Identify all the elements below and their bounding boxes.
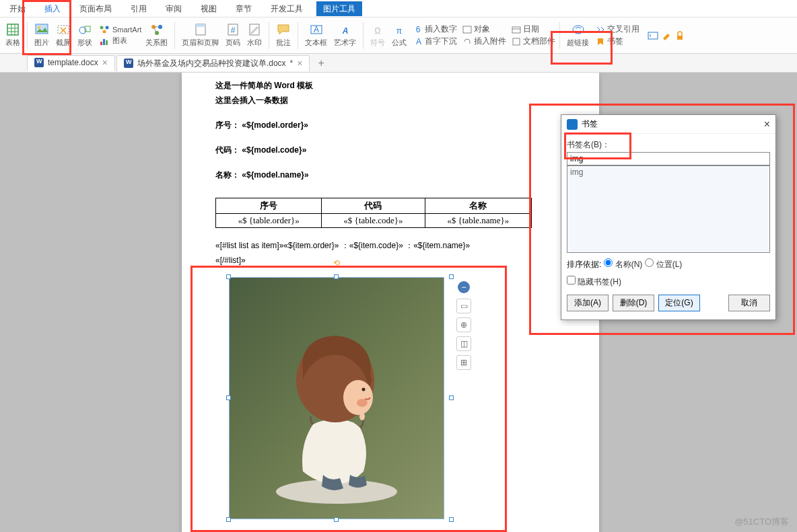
tab-insert[interactable]: 插入 bbox=[35, 0, 70, 17]
crop-icon[interactable]: ◫ bbox=[456, 336, 471, 351]
close-icon[interactable]: × bbox=[297, 58, 302, 69]
doc-line: 这里会插入一条数据 bbox=[215, 93, 565, 108]
form-field-icon[interactable] bbox=[648, 30, 658, 41]
doc-line: 代码： «${model.code}» bbox=[215, 143, 565, 157]
tab-ref[interactable]: 引用 bbox=[121, 0, 156, 17]
svg-rect-22 bbox=[196, 24, 205, 27]
btn-goto[interactable]: 定位(G) bbox=[658, 295, 700, 311]
add-tab[interactable]: + bbox=[311, 57, 331, 69]
close-icon[interactable]: × bbox=[102, 57, 108, 68]
btn-textbox[interactable]: A文本框 bbox=[302, 22, 330, 49]
doc-tab-template[interactable]: template.docx × bbox=[27, 55, 115, 71]
btn-pagenum[interactable]: #页码 bbox=[223, 22, 243, 49]
svg-rect-39 bbox=[648, 32, 658, 39]
btn-screenshot[interactable]: 截屏 bbox=[53, 22, 73, 49]
lock-icon[interactable] bbox=[674, 30, 685, 41]
btn-comment[interactable]: 批注 bbox=[273, 22, 293, 49]
btn-insnum[interactable]: 6插入数字 bbox=[413, 24, 457, 35]
btn-symbol[interactable]: Ω符号 bbox=[368, 22, 388, 49]
bookmark-name-label: 书签名(B)： bbox=[567, 140, 610, 149]
btn-delete[interactable]: 删除(D) bbox=[613, 295, 654, 311]
btn-indent[interactable]: A首字下沉 bbox=[413, 36, 457, 47]
word-icon bbox=[124, 59, 133, 68]
rotate-handle[interactable]: ⟲ bbox=[333, 258, 340, 268]
btn-smartart[interactable]: SmartArt bbox=[99, 25, 141, 34]
bookmark-icon bbox=[596, 38, 605, 46]
btn-xref[interactable]: 交叉引用 bbox=[596, 24, 639, 35]
btn-relation[interactable]: 关系图 bbox=[143, 22, 170, 49]
xref-icon bbox=[596, 26, 605, 34]
bookmark-name-input[interactable] bbox=[567, 152, 770, 165]
selected-image[interactable]: ⟲ − bbox=[222, 272, 451, 527]
btn-formula[interactable]: π公式 bbox=[389, 22, 409, 49]
btn-picture[interactable]: 图片 bbox=[32, 22, 52, 49]
radio-pos[interactable]: 位置(L) bbox=[645, 258, 682, 270]
tab-view[interactable]: 视图 bbox=[191, 0, 226, 17]
svg-point-47 bbox=[359, 412, 365, 420]
app-icon bbox=[567, 119, 578, 130]
btn-chart[interactable]: 图表 bbox=[99, 36, 141, 46]
svg-text:A: A bbox=[416, 38, 421, 46]
tab-layout[interactable]: 页面布局 bbox=[70, 0, 121, 17]
more-icon[interactable]: ⊞ bbox=[456, 355, 471, 370]
close-icon[interactable]: × bbox=[764, 118, 770, 130]
svg-rect-0 bbox=[7, 24, 18, 35]
btn-table[interactable]: 表格 bbox=[3, 22, 23, 49]
document-tabs: template.docx × 场外基金及场内交易品种投资建议单.docx * … bbox=[0, 54, 797, 73]
boy-illustration bbox=[263, 317, 411, 505]
dialog-title: 书签 bbox=[582, 118, 598, 130]
sort-label: 排序依据: bbox=[567, 259, 601, 270]
svg-point-44 bbox=[343, 380, 373, 415]
btn-docpart[interactable]: 文档部件 bbox=[512, 36, 555, 47]
btn-bookmark[interactable]: 书签 bbox=[596, 36, 639, 47]
table-icon bbox=[6, 23, 20, 36]
btn-attach[interactable]: 插入附件 bbox=[462, 36, 506, 47]
doc-line: 这是一件简单的 Word 模板 bbox=[215, 78, 565, 93]
svg-point-10 bbox=[100, 26, 104, 30]
attach-icon bbox=[462, 38, 472, 46]
eraser-icon[interactable] bbox=[661, 30, 672, 41]
btn-add[interactable]: 添加(A) bbox=[567, 295, 609, 311]
svg-text:#: # bbox=[231, 26, 236, 35]
indent-icon: A bbox=[413, 38, 423, 46]
btn-hyperlink[interactable]: 超链接 bbox=[564, 22, 592, 49]
check-hide[interactable]: 隐藏书签(H) bbox=[567, 276, 621, 288]
svg-point-12 bbox=[103, 30, 106, 34]
tab-chapter[interactable]: 章节 bbox=[226, 0, 261, 17]
picture-icon bbox=[35, 23, 48, 36]
svg-rect-13 bbox=[100, 42, 102, 45]
svg-rect-14 bbox=[103, 39, 105, 45]
svg-text:A: A bbox=[342, 26, 349, 36]
shape-icon bbox=[78, 23, 92, 36]
formula-icon: π bbox=[392, 23, 406, 36]
svg-rect-15 bbox=[106, 40, 108, 45]
watermark: @51CTO博客 bbox=[734, 516, 789, 528]
btn-date[interactable]: 日期 bbox=[512, 24, 555, 35]
svg-text:Ω: Ω bbox=[375, 26, 381, 36]
radio-name[interactable]: 名称(N) bbox=[604, 258, 642, 270]
document-page[interactable]: 这是一件简单的 Word 模板 这里会插入一条数据 序号： «${model.o… bbox=[182, 73, 599, 532]
doc-line: «[#list list as item]»«${item.order}» ：«… bbox=[215, 238, 565, 253]
btn-wordart[interactable]: A艺术字 bbox=[331, 22, 359, 49]
pagenum-icon: # bbox=[226, 23, 240, 36]
svg-rect-37 bbox=[513, 38, 520, 45]
ribbon-tabs: 开始 插入 页面布局 引用 审阅 视图 章节 开发工具 图片工具 bbox=[0, 0, 797, 17]
btn-header[interactable]: 页眉和页脚 bbox=[179, 22, 221, 49]
tab-review[interactable]: 审阅 bbox=[156, 0, 191, 17]
layout-icon[interactable]: ▭ bbox=[456, 299, 471, 313]
btn-shape[interactable]: 形状 bbox=[75, 22, 95, 49]
symbol-icon: Ω bbox=[371, 23, 384, 36]
btn-watermark[interactable]: 水印 bbox=[244, 22, 265, 49]
collapse-icon[interactable]: − bbox=[458, 281, 470, 293]
tab-picture-tools[interactable]: 图片工具 bbox=[316, 1, 362, 16]
tab-dev[interactable]: 开发工具 bbox=[261, 0, 312, 17]
svg-point-38 bbox=[573, 26, 584, 34]
btn-cancel[interactable]: 取消 bbox=[728, 295, 770, 311]
tab-start[interactable]: 开始 bbox=[0, 0, 35, 17]
zoom-icon[interactable]: ⊕ bbox=[456, 317, 471, 332]
wordart-icon: A bbox=[339, 23, 352, 36]
doc-tab-other[interactable]: 场外基金及场内交易品种投资建议单.docx * × bbox=[116, 55, 310, 71]
bookmark-list[interactable]: img bbox=[567, 165, 770, 253]
date-icon bbox=[512, 26, 521, 34]
btn-object[interactable]: 对象 bbox=[462, 24, 506, 35]
